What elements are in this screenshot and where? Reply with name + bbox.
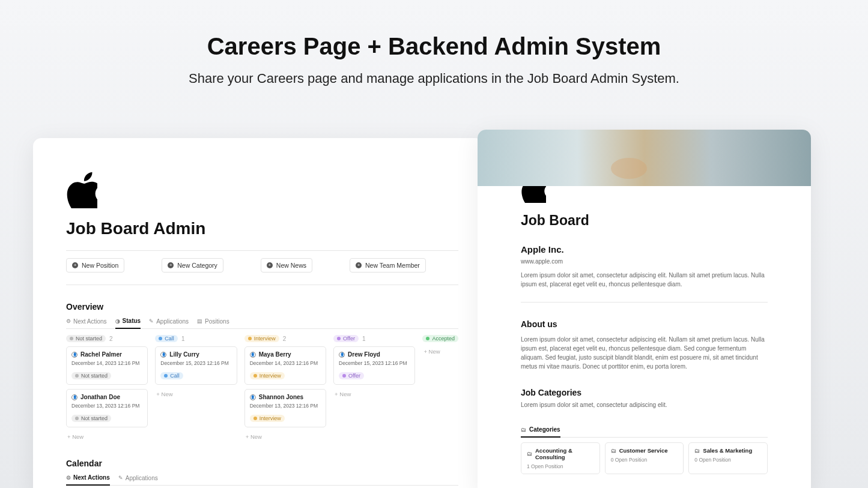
column-call: Call1👤Lilly CurryDecember 15, 2023 12:16… xyxy=(155,335,237,442)
status-pill: Call xyxy=(155,335,178,342)
avatar-icon: 👤 xyxy=(250,352,256,358)
applicant-name: Rachel Palmer xyxy=(80,351,122,358)
column-not-started: Not started2👤Rachel PalmerDecember 14, 2… xyxy=(66,335,148,442)
applicant-name: Maya Berry xyxy=(259,351,291,358)
tab-icon: ⚙ xyxy=(66,475,71,481)
category-card[interactable]: 🗂Sales & Marketing0 Open Position xyxy=(688,442,768,474)
tab-icon: ⚙ xyxy=(66,318,71,324)
tab-icon: ▤ xyxy=(197,318,202,324)
status-tag: Interview xyxy=(250,372,285,379)
applicant-name: Lilly Curry xyxy=(169,351,199,358)
new-category-button[interactable]: +New Category xyxy=(162,258,223,273)
add-card-button[interactable]: + New xyxy=(333,389,415,399)
divider xyxy=(521,302,768,303)
applicant-date: December 15, 2023 12:16 PM xyxy=(339,360,410,366)
applicant-date: December 14, 2023 12:16 PM xyxy=(250,360,321,366)
categories-subtext: Lorem ipsum dolor sit amet, consectetur … xyxy=(521,400,768,409)
folder-icon: 🗂 xyxy=(527,451,532,457)
add-card-button[interactable]: + New xyxy=(422,346,458,357)
status-tag: Not started xyxy=(71,372,111,379)
column-count: 2 xyxy=(109,336,113,342)
column-interview: Interview2👤Maya BerryDecember 14, 2023 1… xyxy=(244,335,326,442)
tab-next-actions[interactable]: ⚙Next Actions xyxy=(66,318,107,328)
folder-icon: 🗂 xyxy=(521,427,526,433)
applicant-card[interactable]: 👤Jonathan DoeDecember 13, 2023 12:16 PMN… xyxy=(66,389,148,427)
plus-icon: + xyxy=(168,262,174,268)
divider xyxy=(66,250,458,251)
avatar-icon: 👤 xyxy=(71,352,77,358)
applicant-name: Shannon Jones xyxy=(259,394,303,400)
new-news-button[interactable]: +New News xyxy=(261,258,312,273)
plus-icon: + xyxy=(356,262,362,268)
cover-image xyxy=(478,130,811,186)
category-name: Accounting & Consulting xyxy=(535,447,594,460)
company-intro: Lorem ipsum dolor sit amet, consectetur … xyxy=(521,271,768,289)
tab-icon: ✎ xyxy=(149,318,154,324)
plus-icon: + xyxy=(267,262,273,268)
applicant-name: Jonathan Doe xyxy=(80,394,120,400)
applicant-card[interactable]: 👤Rachel PalmerDecember 14, 2023 12:16 PM… xyxy=(66,346,148,385)
avatar-icon: 👤 xyxy=(250,394,256,400)
tab-applications[interactable]: ✎Applications xyxy=(149,318,189,328)
status-tag: Not started xyxy=(71,415,111,422)
about-heading: About us xyxy=(521,319,768,329)
tab-icon: ✎ xyxy=(118,475,123,481)
admin-panel: Job Board Admin +New Position+New Catego… xyxy=(33,138,484,488)
category-count: 0 Open Position xyxy=(611,457,678,463)
category-name: Customer Service xyxy=(619,447,668,454)
status-pill: Offer xyxy=(333,335,359,342)
job-board-panel: Job Board Apple Inc. www.apple.com Lorem… xyxy=(478,130,811,488)
tab-status[interactable]: ◑Status xyxy=(115,318,141,329)
new-team-member-button[interactable]: +New Team Member xyxy=(350,258,426,273)
overview-heading: Overview xyxy=(66,302,458,312)
about-text: Lorem ipsum dolor sit amet, consectetur … xyxy=(521,335,768,371)
applicant-date: December 13, 2023 12:16 PM xyxy=(71,403,142,409)
applicant-card[interactable]: 👤Maya BerryDecember 14, 2023 12:16 PMInt… xyxy=(244,346,326,385)
category-count: 1 Open Position xyxy=(527,463,594,469)
applicant-card[interactable]: 👤Drew FloydDecember 15, 2023 12:16 PMOff… xyxy=(333,346,415,385)
divider xyxy=(66,285,458,285)
applicant-date: December 14, 2023 12:16 PM xyxy=(71,360,142,366)
category-card[interactable]: 🗂Accounting & Consulting1 Open Position xyxy=(521,442,600,474)
add-card-button[interactable]: + New xyxy=(66,432,148,442)
add-card-button[interactable]: + New xyxy=(244,432,326,442)
applicant-name: Drew Floyd xyxy=(348,351,380,358)
column-offer: Offer1👤Drew FloydDecember 15, 2023 12:16… xyxy=(333,335,415,442)
status-tag: Offer xyxy=(339,372,364,379)
company-name: Apple Inc. xyxy=(521,244,768,255)
add-card-button[interactable]: + New xyxy=(155,389,237,399)
job-board-title: Job Board xyxy=(521,212,768,229)
folder-icon: 🗂 xyxy=(694,448,700,454)
plus-icon: + xyxy=(72,262,78,268)
status-pill: Interview xyxy=(244,335,279,342)
column-count: 1 xyxy=(362,336,366,342)
avatar-icon: 👤 xyxy=(71,394,77,400)
hero-title: Careers Page + Backend Admin System xyxy=(0,33,868,60)
applicant-date: December 15, 2023 12:16 PM xyxy=(160,360,231,366)
status-pill: Not started xyxy=(66,335,106,342)
category-count: 0 Open Position xyxy=(694,457,762,463)
company-url[interactable]: www.apple.com xyxy=(521,258,768,265)
avatar-icon: 👤 xyxy=(339,352,345,358)
avatar-icon: 👤 xyxy=(160,352,166,358)
calendar-tab-applications[interactable]: ✎Applications xyxy=(118,474,158,485)
tab-positions[interactable]: ▤Positions xyxy=(197,318,229,328)
categories-heading: Job Categories xyxy=(521,388,768,397)
applicant-card[interactable]: 👤Shannon JonesDecember 13, 2023 12:16 PM… xyxy=(244,389,326,427)
applicant-card[interactable]: 👤Lilly CurryDecember 15, 2023 12:16 PMCa… xyxy=(155,346,237,385)
category-card[interactable]: 🗂Customer Service0 Open Position xyxy=(605,442,684,474)
hero-subtitle: Share your Careers page and manage appli… xyxy=(0,71,868,86)
column-count: 2 xyxy=(283,336,287,342)
column-count: 1 xyxy=(181,336,185,342)
column-accepted: Accepted+ New xyxy=(422,335,458,442)
new-position-button[interactable]: +New Position xyxy=(66,258,124,273)
calendar-tab-next-actions[interactable]: ⚙Next Actions xyxy=(66,474,110,486)
category-name: Sales & Marketing xyxy=(703,447,752,454)
categories-tab[interactable]: 🗂Categories xyxy=(521,426,560,438)
status-pill: Accepted xyxy=(422,335,458,342)
admin-title: Job Board Admin xyxy=(66,219,458,238)
calendar-heading: Calendar xyxy=(66,459,458,468)
folder-icon: 🗂 xyxy=(611,448,616,454)
tab-icon: ◑ xyxy=(115,318,120,324)
status-tag: Interview xyxy=(250,415,285,422)
